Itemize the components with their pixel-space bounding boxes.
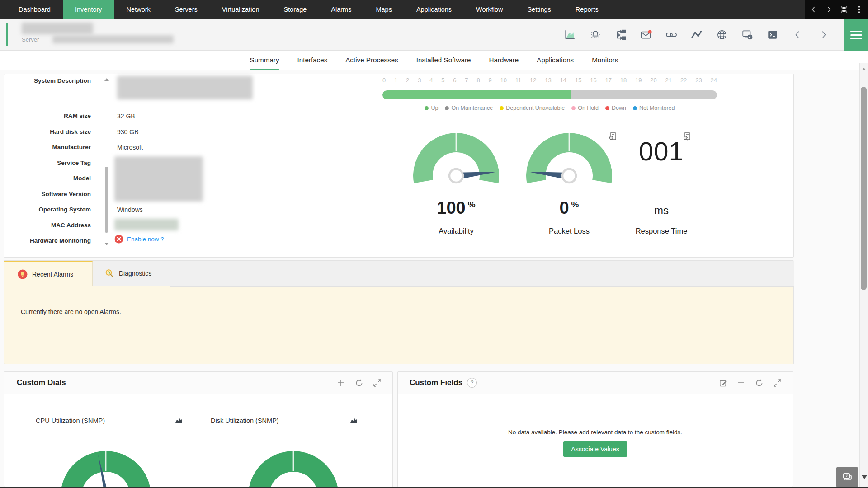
info-scroll-up-icon[interactable]	[104, 78, 109, 81]
custom-fields-panel: Custom Fields ? No data available. Pleas…	[397, 371, 793, 487]
cpu-dial-chart-icon[interactable]	[175, 416, 183, 424]
label-mac-address: MAC Address	[9, 222, 91, 229]
expand-dials-icon[interactable]	[373, 378, 382, 387]
availability-timeline-bar	[382, 90, 717, 99]
value-ram-size: 32 GB	[117, 113, 135, 120]
edit-custom-fields-icon[interactable]	[718, 378, 727, 387]
packet-loss-value: 0%	[524, 198, 614, 218]
legend-down-dot	[605, 106, 609, 110]
scrollbar-thumb[interactable]	[861, 87, 867, 290]
availability-label: Availability	[411, 227, 501, 235]
tab-active-processes[interactable]: Active Processes	[345, 51, 398, 70]
info-scroll-down-icon[interactable]	[104, 243, 109, 245]
cpu-dial-divider	[31, 431, 189, 431]
feedback-collapse-icon[interactable]	[862, 475, 867, 479]
page-scrollbar[interactable]	[859, 63, 868, 488]
custom-fields-title: Custom Fields	[410, 378, 462, 387]
nav-item-workflow[interactable]: Workflow	[464, 0, 515, 19]
side-menu-toggle[interactable]	[844, 19, 868, 51]
nav-item-inventory[interactable]: Inventory	[63, 0, 114, 19]
refresh-custom-fields-icon[interactable]	[755, 378, 764, 387]
link-icon[interactable]	[665, 29, 677, 41]
associate-values-button[interactable]: Associate Values	[563, 441, 627, 457]
availability-timeline-ticks: 0123456789101112131415161718192021222324	[382, 77, 717, 84]
recent-alarms-icon	[18, 269, 28, 279]
packet-loss-gauge	[524, 126, 614, 194]
legend-on-hold: On Hold	[571, 105, 599, 111]
info-scrollbar-thumb[interactable]	[105, 167, 108, 233]
nav-item-network[interactable]: Network	[114, 0, 163, 19]
disk-dial-chart-icon[interactable]	[350, 416, 358, 424]
tab-recent-alarms[interactable]: Recent Alarms	[4, 261, 93, 286]
tab-summary[interactable]: Summary	[250, 51, 279, 70]
custom-fields-help-icon[interactable]: ?	[467, 378, 477, 388]
add-custom-field-icon[interactable]	[736, 378, 745, 387]
top-navigation: Dashboard Inventory Network Servers Virt…	[0, 0, 868, 19]
label-system-description: System Description	[9, 77, 91, 84]
tab-monitors[interactable]: Monitors	[592, 51, 618, 70]
legend-up: Up	[425, 105, 438, 111]
performance-chart-icon[interactable]	[564, 29, 576, 41]
expand-custom-fields-icon[interactable]	[773, 378, 782, 387]
nav-item-alarms[interactable]: Alarms	[319, 0, 363, 19]
nav-item-settings[interactable]: Settings	[515, 0, 563, 19]
value-service-model-version-redacted	[114, 156, 203, 202]
availability-timeline-up-segment	[382, 90, 571, 99]
add-dial-icon[interactable]	[336, 378, 345, 387]
nav-item-dashboard[interactable]: Dashboard	[6, 0, 63, 19]
alarms-panel: Recent Alarms Diagnostics Currently ther…	[4, 260, 794, 364]
packet-loss-label: Packet Loss	[524, 227, 614, 235]
terminal-icon[interactable]	[767, 29, 778, 41]
disk-dial-divider	[206, 431, 363, 431]
hardware-monitoring-disabled-icon	[114, 235, 123, 244]
disk-utilization-gauge	[244, 437, 343, 487]
prev-device-icon[interactable]	[792, 29, 804, 41]
custom-dials-header: Custom Dials	[4, 372, 392, 394]
device-status-bar	[6, 23, 8, 46]
label-hardware-monitoring: Hardware Monitoring	[9, 237, 91, 244]
remote-desktop-icon[interactable]	[741, 29, 753, 41]
nav-item-servers[interactable]: Servers	[163, 0, 210, 19]
nav-item-maps[interactable]: Maps	[363, 0, 404, 19]
tab-installed-software[interactable]: Installed Software	[416, 51, 471, 70]
kebab-menu-icon[interactable]	[853, 4, 865, 15]
device-ip-redacted	[52, 35, 174, 43]
response-time-value: 001	[612, 136, 711, 166]
alarm-bell-icon[interactable]	[590, 29, 601, 41]
globe-icon[interactable]	[716, 29, 728, 41]
nav-item-virtualization[interactable]: Virtualization	[210, 0, 272, 19]
opmanager-app: { "nav": { "items": [ {"label": "Dashboa…	[0, 0, 868, 488]
legend-down: Down	[605, 105, 626, 111]
availability-legend: Up On Maintenance Dependent Unavailable …	[382, 105, 717, 111]
feedback-button[interactable]	[836, 467, 858, 487]
tab-interfaces[interactable]: Interfaces	[297, 51, 328, 70]
nav-item-reports[interactable]: Reports	[563, 0, 611, 19]
disk-dial-title: Disk Utilization (SNMP)	[211, 417, 279, 424]
mail-icon[interactable]	[640, 29, 652, 41]
sparkline-icon[interactable]	[691, 29, 703, 41]
device-toolbar	[564, 19, 829, 51]
label-service-tag: Service Tag	[9, 160, 91, 166]
topology-icon[interactable]	[615, 29, 627, 41]
nav-forward-icon[interactable]	[823, 4, 835, 15]
chat-icon	[841, 471, 853, 483]
nav-item-applications[interactable]: Applications	[404, 0, 464, 19]
next-device-icon[interactable]	[817, 29, 829, 41]
label-manufacturer: Manufacturer	[9, 144, 91, 150]
compress-icon[interactable]	[838, 4, 850, 15]
scrollbar-up-icon[interactable]	[862, 68, 866, 70]
legend-on-maintenance-dot	[445, 106, 449, 110]
legend-dependent-unavailable-dot	[500, 106, 504, 110]
device-name-redacted	[22, 23, 93, 34]
tab-diagnostics[interactable]: Diagnostics	[93, 261, 170, 286]
value-hard-disk-size: 930 GB	[117, 128, 138, 136]
refresh-dials-icon[interactable]	[354, 378, 363, 387]
value-operating-system: Windows	[117, 206, 143, 213]
tab-applications[interactable]: Applications	[537, 51, 574, 70]
enable-hardware-monitoring-link[interactable]: Enable now ?	[127, 236, 164, 243]
availability-gauge	[411, 126, 501, 194]
nav-back-icon[interactable]	[808, 4, 820, 15]
nav-item-storage[interactable]: Storage	[272, 0, 319, 19]
label-model: Model	[9, 175, 91, 182]
tab-hardware[interactable]: Hardware	[489, 51, 519, 70]
